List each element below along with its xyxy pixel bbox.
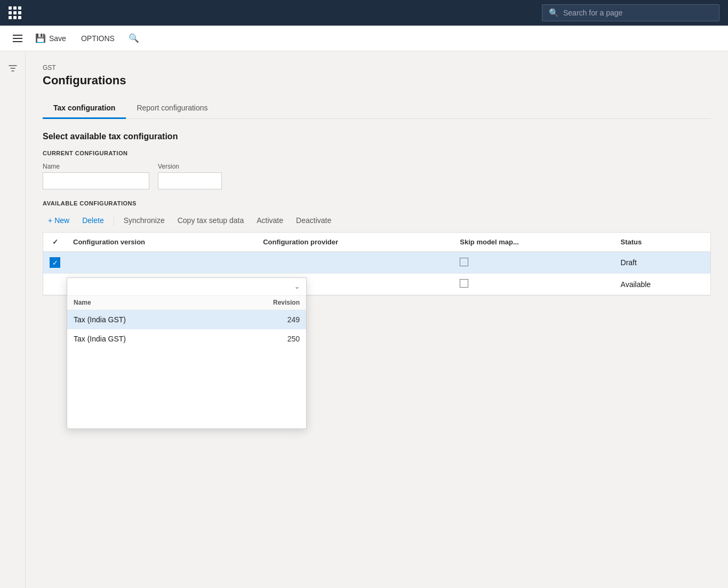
avail-config-toolbar: + New Delete Synchronize Copy tax setup …	[43, 213, 711, 228]
table-row[interactable]: ✓ ⌄ Name Revision	[43, 252, 710, 274]
row2-check-cell[interactable]	[43, 274, 67, 295]
dropdown-item1-revision: 249	[257, 315, 300, 324]
dropdown-item[interactable]: Tax (India GST) 250	[67, 329, 306, 348]
dropdown-item2-name: Tax (India GST)	[74, 335, 257, 343]
save-icon: 💾	[35, 33, 46, 43]
copy-tax-button[interactable]: Copy tax setup data	[172, 213, 250, 228]
dropdown-item2-revision: 250	[257, 335, 300, 343]
new-label: New	[54, 216, 69, 225]
delete-button[interactable]: Delete	[77, 213, 109, 228]
save-button[interactable]: 💾 Save	[29, 30, 73, 46]
config-version-dropdown[interactable]: ⌄ Name Revision Tax (India GST) 249	[67, 277, 307, 429]
synchronize-button[interactable]: Synchronize	[118, 213, 170, 228]
action-search-button[interactable]: 🔍	[123, 30, 145, 46]
col-skip-model: Skip model map...	[453, 233, 614, 252]
row1-skip-checkbox[interactable]	[460, 258, 468, 266]
row1-checkmark: ✓	[50, 257, 60, 268]
dropdown-input-row: ⌄	[67, 278, 306, 296]
delete-label: Delete	[82, 216, 103, 225]
table-header-row: ✓ Configuration version Configuration pr…	[43, 233, 710, 252]
config-table-wrapper: ✓ Configuration version Configuration pr…	[43, 232, 711, 296]
plus-icon: +	[48, 216, 52, 225]
current-config-label: CURRENT CONFIGURATION	[43, 150, 711, 156]
row1-skip-cell[interactable]	[453, 252, 614, 274]
tab-report-configurations[interactable]: Report configurations	[126, 98, 218, 119]
search-bar[interactable]: 🔍	[542, 4, 719, 21]
hamburger-menu[interactable]	[9, 30, 27, 46]
tab-tax-configuration[interactable]: Tax configuration	[43, 98, 126, 119]
section-title: Select available tax configuration	[43, 132, 711, 141]
dropdown-item[interactable]: Tax (India GST) 249	[67, 310, 306, 329]
sidebar-filter-icon[interactable]	[4, 60, 21, 77]
copy-tax-label: Copy tax setup data	[178, 216, 244, 225]
row1-provider-cell[interactable]	[257, 252, 453, 274]
name-input[interactable]	[43, 172, 149, 189]
search-icon: 🔍	[549, 8, 559, 18]
name-field-container: Name	[43, 163, 149, 189]
tab-bar: Tax configuration Report configurations	[43, 98, 711, 119]
current-config-form: Name Version	[43, 163, 711, 189]
dropdown-col-name-header: Name	[74, 299, 257, 306]
dropdown-item1-name: Tax (India GST)	[74, 315, 257, 324]
breadcrumb: GST	[43, 64, 711, 71]
row1-check-cell[interactable]: ✓	[43, 252, 67, 274]
name-label: Name	[43, 163, 149, 170]
col-check: ✓	[43, 233, 67, 252]
dropdown-spacer	[67, 348, 306, 428]
version-input[interactable]	[158, 172, 222, 189]
content-area: GST Configurations Tax configuration Rep…	[26, 51, 728, 588]
col-config-provider: Configuration provider	[257, 233, 453, 252]
avail-config-label: AVAILABLE CONFIGURATIONS	[43, 200, 711, 206]
new-button[interactable]: + New	[43, 213, 75, 228]
sidebar	[0, 51, 26, 588]
col-config-version: Configuration version	[67, 233, 257, 252]
row2-skip-cell[interactable]	[453, 274, 614, 295]
row1-config-version-cell[interactable]: ⌄ Name Revision Tax (India GST) 249	[67, 252, 257, 274]
main-layout: GST Configurations Tax configuration Rep…	[0, 51, 728, 588]
deactivate-button[interactable]: Deactivate	[291, 213, 337, 228]
toolbar-separator-1	[114, 215, 114, 226]
top-nav-left	[9, 6, 28, 19]
version-field-container: Version	[158, 163, 222, 189]
top-nav: 🔍	[0, 0, 728, 26]
dropdown-search-input[interactable]	[74, 282, 294, 291]
search-input[interactable]	[563, 9, 713, 17]
config-table: ✓ Configuration version Configuration pr…	[43, 233, 710, 295]
save-label: Save	[49, 34, 66, 43]
dropdown-chevron-icon: ⌄	[294, 283, 300, 290]
col-status: Status	[614, 233, 710, 252]
options-label: OPTIONS	[81, 34, 115, 43]
synchronize-label: Synchronize	[124, 216, 165, 225]
dropdown-col-revision-header: Revision	[257, 299, 300, 306]
version-label: Version	[158, 163, 222, 170]
row2-status-cell: Available	[614, 274, 710, 295]
row2-skip-checkbox[interactable]	[460, 279, 468, 288]
deactivate-label: Deactivate	[296, 216, 331, 225]
action-bar: 💾 Save OPTIONS 🔍	[0, 26, 728, 51]
apps-icon[interactable]	[9, 6, 21, 19]
row1-status-cell: Draft	[614, 252, 710, 274]
activate-label: Activate	[257, 216, 283, 225]
page-title: Configurations	[43, 74, 711, 88]
options-button[interactable]: OPTIONS	[75, 31, 121, 46]
activate-button[interactable]: Activate	[251, 213, 289, 228]
dropdown-header: Name Revision	[67, 296, 306, 310]
